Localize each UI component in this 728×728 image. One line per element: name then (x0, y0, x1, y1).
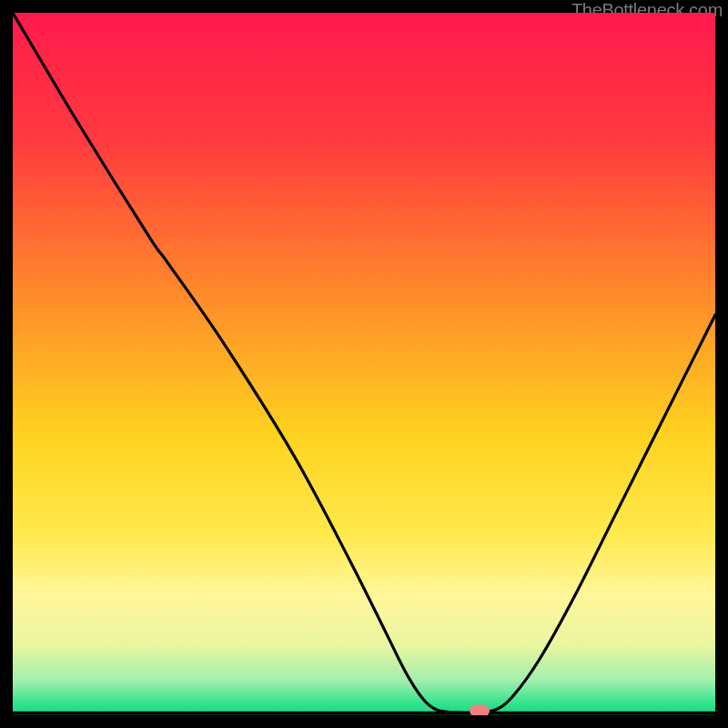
chart-container: TheBottleneck.com (0, 0, 728, 728)
optimal-marker (470, 705, 490, 715)
bottleneck-curve (13, 13, 715, 715)
plot-area (13, 13, 715, 715)
